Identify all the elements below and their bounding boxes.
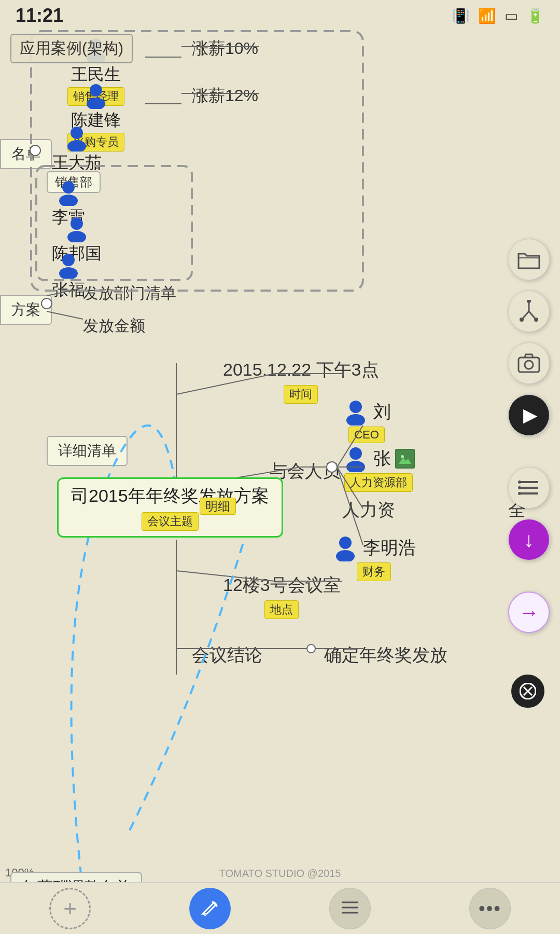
- person-zhangfu: 张福: [52, 252, 85, 301]
- detail-box: 详细清单: [47, 436, 128, 466]
- person-name-liu: 刘: [373, 400, 391, 424]
- svg-point-32: [90, 84, 102, 97]
- arrow-down-btn[interactable]: ↓: [508, 519, 550, 560]
- mingxi-label: 明细: [200, 498, 236, 515]
- svg-point-37: [59, 195, 78, 206]
- branch-icon: [517, 300, 540, 323]
- image-thumbnail-icon: [395, 449, 415, 469]
- svg-point-63: [518, 486, 521, 489]
- more-dots: •••: [479, 898, 501, 919]
- svg-point-55: [520, 318, 524, 322]
- folder-icon: [517, 250, 540, 269]
- svg-point-50: [336, 550, 355, 561]
- person-li: 李明浩 财务: [332, 534, 416, 581]
- svg-rect-57: [519, 358, 539, 372]
- close-icon: [520, 683, 536, 699]
- camera-icon: [517, 353, 540, 373]
- outline-btn[interactable]: [329, 888, 371, 929]
- wifi-icon: 📶: [478, 7, 496, 24]
- svg-line-28: [47, 311, 83, 319]
- distribute-dept-list: 发放部门清单: [83, 283, 176, 304]
- datetime-node: 2015.12.22 下午3点 时间: [223, 358, 379, 404]
- svg-point-54: [527, 300, 531, 303]
- person-zhang: 张 人力资源部: [342, 445, 415, 492]
- list-btn[interactable]: [508, 467, 550, 509]
- svg-point-25: [307, 644, 315, 653]
- namelist-node: 名单: [0, 139, 52, 169]
- person-icon-chenjianfeng: [82, 82, 109, 109]
- person-icon-zhang: [342, 445, 369, 472]
- person-icon-wangdaqie: [63, 125, 90, 152]
- person-icon-zhangfu: [55, 252, 82, 279]
- svg-point-45: [346, 461, 365, 472]
- location-tag: 地点: [264, 600, 299, 619]
- svg-point-41: [59, 267, 78, 279]
- bottom-toolbar: + •••: [0, 882, 560, 934]
- mingxi-tag: 明细: [200, 498, 236, 515]
- svg-point-33: [87, 98, 105, 109]
- add-btn[interactable]: +: [49, 888, 91, 929]
- person-tag-li: 财务: [357, 562, 391, 581]
- person-tag-zhang: 人力资源部: [344, 473, 413, 492]
- folder-btn[interactable]: [508, 239, 550, 280]
- svg-point-36: [62, 181, 75, 194]
- hr-label-text: 人力资: [342, 500, 395, 519]
- conclusion-content-node: 确定年终奖发放: [324, 643, 447, 667]
- svg-point-64: [518, 492, 521, 495]
- outline-icon: [340, 899, 360, 918]
- person-tag-liu: CEO: [348, 427, 385, 443]
- plan-node: 方案: [0, 295, 52, 325]
- branch-btn[interactable]: [508, 291, 550, 332]
- edit-icon: [200, 898, 220, 919]
- person-name-li: 李明浩: [363, 536, 416, 560]
- svg-point-62: [518, 480, 521, 484]
- svg-point-48: [401, 455, 404, 458]
- status-bar: 11:21 📳 📶 ▭ 🔋: [0, 0, 560, 31]
- svg-point-44: [349, 447, 362, 460]
- app-title: 应用案例(架构): [10, 34, 133, 63]
- battery-icon: 🔋: [526, 7, 544, 24]
- more-btn[interactable]: •••: [469, 888, 511, 929]
- svg-point-40: [62, 254, 75, 266]
- svg-point-42: [349, 401, 362, 413]
- conclusion-content-text: 确定年终奖发放: [324, 645, 447, 665]
- main-topic-tag: 会议主题: [142, 512, 199, 531]
- svg-point-35: [67, 140, 86, 152]
- person-icon-liu: [342, 399, 369, 425]
- add-icon: +: [63, 897, 77, 920]
- distribute-amount: 发放金额: [83, 315, 145, 337]
- svg-point-38: [71, 217, 83, 230]
- person-wangdaqie: 王大茄 销售部: [52, 125, 102, 174]
- tablet-icon: ▭: [505, 7, 518, 24]
- salary-raise-1: 涨薪10%: [192, 37, 258, 60]
- time-tag: 时间: [284, 385, 318, 404]
- play-btn[interactable]: ▶: [508, 394, 550, 436]
- participants-text: 与会人员: [270, 461, 340, 480]
- main-topic-label: 司2015年年终奖发放方案: [71, 486, 269, 505]
- person-icon-li: [332, 534, 359, 561]
- status-icons: 📳 📶 ▭ 🔋: [452, 7, 544, 24]
- vibrate-icon: 📳: [452, 7, 470, 24]
- svg-point-58: [525, 361, 533, 369]
- conclusion-node: 会议结论: [192, 643, 262, 667]
- close-btn[interactable]: [511, 675, 544, 708]
- svg-point-34: [71, 127, 83, 139]
- play-icon: ▶: [523, 404, 538, 426]
- edit-btn[interactable]: [189, 888, 231, 929]
- watermark: TOMATO STUDIO @2015: [219, 868, 341, 880]
- arrow-down-icon: ↓: [524, 528, 534, 552]
- arrow-right-btn[interactable]: →: [508, 592, 550, 633]
- person-name-zhang: 张: [373, 447, 391, 471]
- svg-point-43: [346, 414, 365, 425]
- list-icon: [517, 478, 540, 498]
- camera-btn[interactable]: [508, 342, 550, 384]
- person-liu: 刘 CEO: [342, 399, 391, 443]
- location-text: 12楼3号会议室: [223, 575, 341, 595]
- svg-point-39: [67, 231, 86, 242]
- image-icon-svg: [399, 454, 411, 464]
- status-time: 11:21: [16, 5, 63, 26]
- conclusion-text: 会议结论: [192, 645, 262, 665]
- salary-raise-2: 涨薪12%: [192, 85, 258, 107]
- svg-point-49: [339, 537, 352, 549]
- person-icon-lilei: [55, 179, 82, 206]
